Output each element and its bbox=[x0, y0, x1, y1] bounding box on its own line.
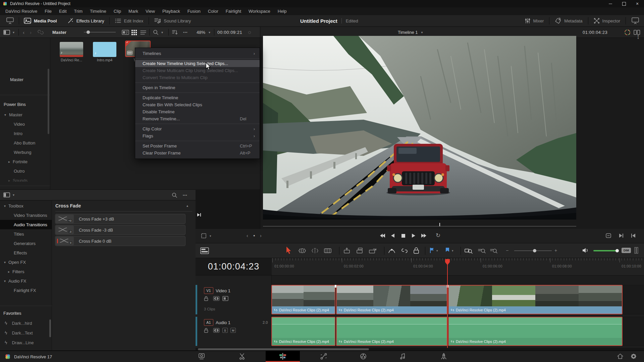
page-deliver[interactable] bbox=[439, 352, 448, 361]
transition-crossfade-0[interactable]: 0 Cross Fade 0 dB bbox=[55, 236, 185, 246]
home-icon[interactable] bbox=[616, 352, 625, 361]
sort-icon[interactable] bbox=[172, 30, 178, 35]
favorite-item[interactable]: Draw...Line bbox=[12, 340, 34, 345]
sidebar-toggle-icon[interactable] bbox=[3, 192, 10, 197]
transition-crossfade-plus3[interactable]: +3 Cross Fade +3 dB bbox=[55, 214, 185, 224]
favorite-item[interactable]: Dark...Text bbox=[12, 330, 33, 336]
video-track-name[interactable]: Video 1 bbox=[216, 288, 230, 293]
zoom-slider-knob[interactable] bbox=[533, 249, 536, 252]
menu-edit[interactable]: Edit bbox=[55, 7, 70, 15]
menu-view[interactable]: View bbox=[142, 7, 159, 15]
replace-clip-icon[interactable] bbox=[369, 247, 377, 254]
prev-keyframe-icon[interactable]: ‹ bbox=[247, 233, 248, 238]
chevron-right-icon[interactable]: ▸ bbox=[8, 179, 10, 182]
menu-timeline[interactable]: Timeline bbox=[86, 7, 110, 15]
timeline-ruler[interactable]: 01:00:00:00 01:00:02:00 01:00:04:00 01:0… bbox=[272, 258, 644, 276]
timeline-zoom-slider[interactable] bbox=[514, 250, 552, 251]
flag-chevron-icon[interactable]: ▾ bbox=[436, 249, 438, 252]
go-to-end-icon[interactable] bbox=[421, 233, 427, 238]
viewer-scrub-bar[interactable] bbox=[263, 226, 576, 227]
overwrite-clip-icon[interactable] bbox=[356, 247, 363, 254]
audio-track-badge[interactable]: A1 bbox=[204, 319, 213, 326]
go-to-start-icon[interactable] bbox=[379, 233, 385, 238]
volume-slider[interactable] bbox=[593, 250, 619, 251]
viewer-overlay-icon[interactable] bbox=[201, 233, 207, 238]
timeline-view-options-icon[interactable] bbox=[200, 247, 209, 254]
minimize-button[interactable] bbox=[604, 0, 617, 7]
stop-icon[interactable] bbox=[401, 234, 405, 238]
audio-clip-3[interactable]: DaVinci Resolve Clips (2).mp4 bbox=[448, 317, 623, 346]
menu-color[interactable]: Color bbox=[204, 7, 222, 15]
scrub-playhead[interactable] bbox=[439, 223, 440, 226]
menu-item-clear-poster-frame[interactable]: Clear Poster FrameAlt+P bbox=[135, 149, 260, 157]
list-view-icon[interactable] bbox=[140, 30, 146, 35]
playhead-handle[interactable] bbox=[445, 259, 450, 265]
display-icon[interactable] bbox=[6, 17, 14, 24]
favorites-scrollbar[interactable] bbox=[49, 319, 51, 337]
close-button[interactable]: × bbox=[631, 0, 644, 7]
forward-icon[interactable]: › bbox=[30, 29, 32, 35]
next-edit-icon[interactable] bbox=[619, 233, 624, 238]
loop-icon[interactable]: ↻ bbox=[436, 232, 440, 239]
menu-item-remove-timeline[interactable]: Remove Timeline...Del bbox=[135, 115, 260, 122]
menu-clip[interactable]: Clip bbox=[110, 7, 125, 15]
chevron-down-icon[interactable]: ▾ bbox=[4, 113, 6, 117]
menu-help[interactable]: Help bbox=[274, 7, 290, 15]
metadata-view-icon[interactable] bbox=[122, 30, 129, 35]
bin-scrollbar[interactable] bbox=[48, 69, 49, 134]
playhead-line[interactable] bbox=[447, 259, 448, 348]
next-keyframe-icon[interactable]: › bbox=[260, 233, 262, 238]
sidebar-toggle-icon[interactable] bbox=[3, 30, 10, 35]
menu-item-flags[interactable]: Flags› bbox=[135, 132, 260, 139]
search-icon[interactable] bbox=[153, 29, 159, 35]
play-icon[interactable] bbox=[412, 233, 416, 238]
menu-item-clip-color[interactable]: Clip Color› bbox=[135, 125, 260, 132]
zoom-level-value[interactable]: 48% bbox=[197, 30, 205, 35]
page-cut[interactable] bbox=[238, 352, 247, 361]
menu-playback[interactable]: Playback bbox=[159, 7, 184, 15]
menu-fairlight[interactable]: Fairlight bbox=[222, 7, 245, 15]
marker-chevron-icon[interactable]: ▾ bbox=[452, 249, 453, 252]
dynamic-trim-icon[interactable] bbox=[311, 247, 319, 254]
bin-sounds[interactable]: Sounds bbox=[13, 178, 28, 183]
metadata-button[interactable]: Metadata bbox=[555, 18, 582, 24]
detail-zoom-icon[interactable] bbox=[490, 247, 498, 254]
thumbnail-view-icon[interactable] bbox=[131, 30, 137, 35]
menu-item-duplicate-timeline[interactable]: Duplicate Timeline bbox=[135, 94, 260, 101]
slider-knob[interactable] bbox=[87, 31, 90, 34]
play-reverse-icon[interactable] bbox=[391, 233, 395, 238]
fx-generators[interactable]: Generators bbox=[14, 241, 36, 246]
link-clips-icon[interactable] bbox=[401, 247, 408, 254]
auto-select-icon[interactable] bbox=[213, 328, 220, 333]
collapse-icon[interactable]: ▴ bbox=[186, 204, 188, 207]
auto-select-icon[interactable] bbox=[213, 296, 220, 301]
menu-mark[interactable]: Mark bbox=[125, 7, 142, 15]
fx-fairlight-fx[interactable]: Fairlight FX bbox=[14, 288, 36, 293]
curve-editor-icon[interactable] bbox=[388, 247, 395, 254]
position-lock-icon[interactable] bbox=[413, 247, 420, 254]
page-media[interactable] bbox=[197, 352, 206, 361]
menu-item-create-bin[interactable]: Create Bin With Selected Clips bbox=[135, 101, 260, 108]
mixer-button[interactable]: Mixer bbox=[525, 18, 544, 24]
media-pool-button[interactable]: Media Pool bbox=[24, 18, 57, 24]
speaker-icon[interactable] bbox=[582, 247, 589, 254]
bin-root-master[interactable]: Master bbox=[10, 77, 23, 82]
lock-icon[interactable] bbox=[204, 328, 208, 333]
panel-chevron-icon[interactable]: ▾ bbox=[13, 193, 14, 197]
chevron-down-icon[interactable]: ▾ bbox=[4, 279, 6, 283]
page-color[interactable] bbox=[359, 352, 368, 361]
menu-item-timelines[interactable]: Timelines› bbox=[135, 50, 260, 57]
sidebar-chevron-icon[interactable]: ▾ bbox=[13, 31, 14, 34]
marker-icon[interactable] bbox=[445, 247, 450, 253]
frame-view-icon[interactable] bbox=[222, 296, 228, 301]
search-chevron-icon[interactable]: ▾ bbox=[161, 31, 163, 34]
panel-toggle-icon[interactable] bbox=[631, 17, 639, 24]
mute-button[interactable]: M bbox=[230, 328, 236, 333]
edit-index-button[interactable]: Edit Index bbox=[115, 18, 143, 23]
settings-gear-icon[interactable] bbox=[629, 352, 638, 361]
chevron-down-icon[interactable]: ▾ bbox=[4, 260, 6, 264]
audio-clip-2[interactable]: DaVinci Resolve Clips (2).mp4 bbox=[336, 317, 447, 346]
fx-filters[interactable]: Filters bbox=[12, 269, 24, 274]
effects-library-button[interactable]: Effects Library bbox=[67, 17, 104, 24]
resize-frame-icon[interactable] bbox=[605, 233, 611, 238]
